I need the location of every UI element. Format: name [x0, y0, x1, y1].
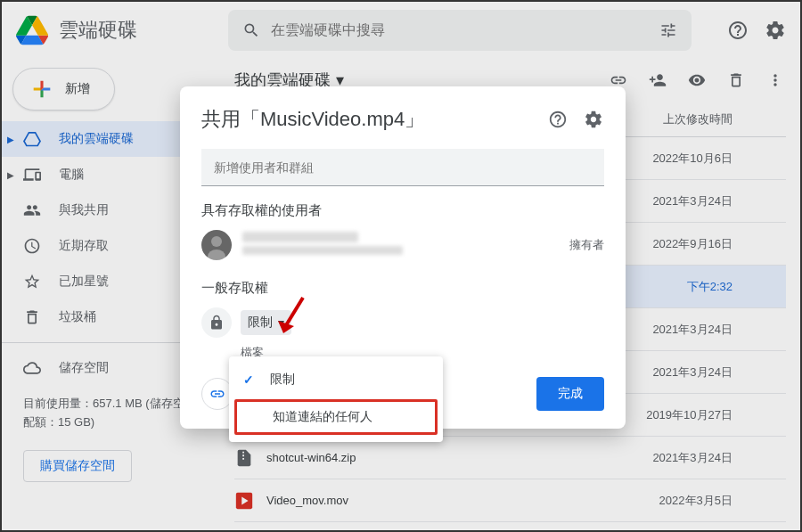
dropdown-option-restricted[interactable]: 限制 [229, 362, 443, 397]
user-email-redacted [242, 246, 403, 255]
access-dropdown-menu: 限制 知道連結的任何人 [229, 356, 443, 442]
user-role: 擁有者 [569, 237, 604, 253]
dialog-settings-icon[interactable] [583, 109, 604, 130]
done-button[interactable]: 完成 [536, 377, 604, 411]
user-name-redacted [242, 232, 358, 242]
chevron-down-icon: ▾ [278, 315, 284, 330]
user-row-owner: 擁有者 [201, 230, 604, 260]
access-level-dropdown[interactable]: 限制 ▾ [241, 310, 291, 335]
access-users-title: 具有存取權的使用者 [201, 202, 604, 219]
general-access-title: 一般存取權 [201, 280, 604, 297]
dialog-help-icon[interactable] [547, 109, 569, 130]
dropdown-option-anyone-link[interactable]: 知道連結的任何人 [234, 399, 438, 435]
user-avatar [201, 230, 232, 260]
add-people-input[interactable] [201, 149, 604, 186]
dialog-title: 共用「MusicVideo.mp4」 [201, 106, 424, 133]
lock-icon [201, 307, 232, 338]
